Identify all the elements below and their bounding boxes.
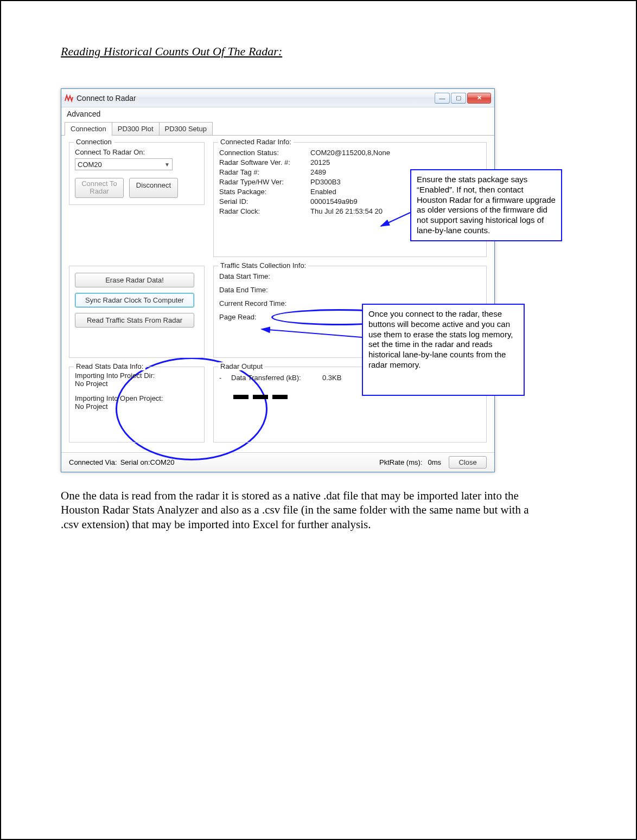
read-traffic-stats-button[interactable]: Read Traffic Stats From Radar — [75, 313, 194, 328]
chevron-down-icon: ▼ — [164, 162, 170, 168]
radar-type-label: Radar Type/HW Ver: — [219, 178, 306, 186]
connection-group-legend: Connection — [74, 138, 114, 146]
connected-via-value: Serial on:COM20 — [120, 458, 175, 466]
current-record-label: Current Record Time: — [219, 299, 306, 307]
importing-dir-value: No Project — [75, 380, 199, 388]
action-buttons-group: Erase Radar Data! Sync Radar Clock To Co… — [69, 266, 205, 358]
tab-pd300-setup[interactable]: PD300 Setup — [159, 122, 213, 135]
close-button[interactable]: Close — [449, 456, 487, 469]
read-stats-legend: Read Stats Data Info: — [74, 362, 145, 370]
stats-package-label: Stats Package: — [219, 188, 306, 196]
menu-advanced[interactable]: Advanced — [67, 110, 100, 118]
app-icon — [65, 94, 73, 102]
connection-group: Connection Connect To Radar On: COM20 ▼ … — [69, 142, 205, 205]
serial-id-label: Serial ID: — [219, 197, 306, 206]
erase-radar-data-button[interactable]: Erase Radar Data! — [75, 273, 194, 287]
close-window-button[interactable]: ✕ — [467, 93, 491, 104]
status-label: Connection Status: — [219, 149, 306, 157]
data-start-label: Data Start Time: — [219, 272, 306, 280]
importing-open-label: Importing Into Open Project: — [75, 394, 199, 402]
connected-radar-info-legend: Connected Radar Info: — [218, 138, 294, 146]
connect-on-label: Connect To Radar On: — [75, 148, 199, 156]
disconnect-button[interactable]: Disconnect — [129, 178, 178, 198]
maximize-button[interactable]: ▢ — [451, 93, 466, 104]
status-bar: Connected Via: Serial on:COM20 PktRate (… — [61, 452, 494, 472]
tab-pd300-plot[interactable]: PD300 Plot — [112, 122, 160, 135]
pktrate-value: 0ms — [428, 458, 441, 466]
callout-buttons-active: Once you connect to the radar, these but… — [362, 304, 525, 396]
data-transferred-label: Data Transferred (kB): — [231, 374, 318, 382]
importing-dir-label: Importing Into Project Dir: — [75, 371, 199, 380]
callout-stats-enabled: Ensure the stats package says “Enabled”.… — [410, 169, 562, 241]
sync-radar-clock-button[interactable]: Sync Radar Clock To Computer — [75, 293, 194, 307]
tab-connection[interactable]: Connection — [65, 122, 112, 136]
minimize-button[interactable]: — — [435, 93, 450, 104]
connect-to-radar-button[interactable]: Connect To Radar — [75, 178, 124, 198]
com-port-value: COM20 — [78, 161, 102, 169]
radar-clock-label: Radar Clock: — [219, 207, 306, 215]
connected-via-label: Connected Via: — [69, 458, 117, 466]
importing-open-value: No Project — [75, 402, 199, 411]
window-titlebar: Connect to Radar — ▢ ✕ — [61, 89, 494, 107]
page-read-label: Page Read: — [219, 313, 306, 321]
data-end-label: Data End Time: — [219, 286, 306, 294]
com-port-combo[interactable]: COM20 ▼ — [75, 158, 173, 170]
pktrate-label: PktRate (ms): — [379, 458, 422, 466]
software-ver-value: 20125 — [310, 158, 481, 166]
connect-to-radar-window: Connect to Radar — ▢ ✕ Advanced Connecti… — [61, 88, 495, 472]
section-heading: Reading Historical Counts Out Of The Rad… — [61, 44, 582, 59]
window-title: Connect to Radar — [77, 94, 434, 102]
body-paragraph: One the data is read from the radar it i… — [61, 489, 538, 531]
traffic-stats-legend: Traffic Stats Collection Info: — [218, 261, 308, 270]
software-ver-label: Radar Software Ver. #: — [219, 158, 306, 166]
menu-bar: Advanced — [61, 107, 494, 118]
radar-output-legend: Radar Output — [218, 362, 265, 370]
read-stats-data-group: Read Stats Data Info: Importing Into Pro… — [69, 367, 205, 443]
status-value: COM20@115200,8,None — [310, 149, 481, 157]
tab-strip: Connection PD300 Plot PD300 Setup — [61, 118, 494, 136]
radar-output-dash: - — [219, 374, 227, 382]
radar-tag-label: Radar Tag #: — [219, 168, 306, 176]
